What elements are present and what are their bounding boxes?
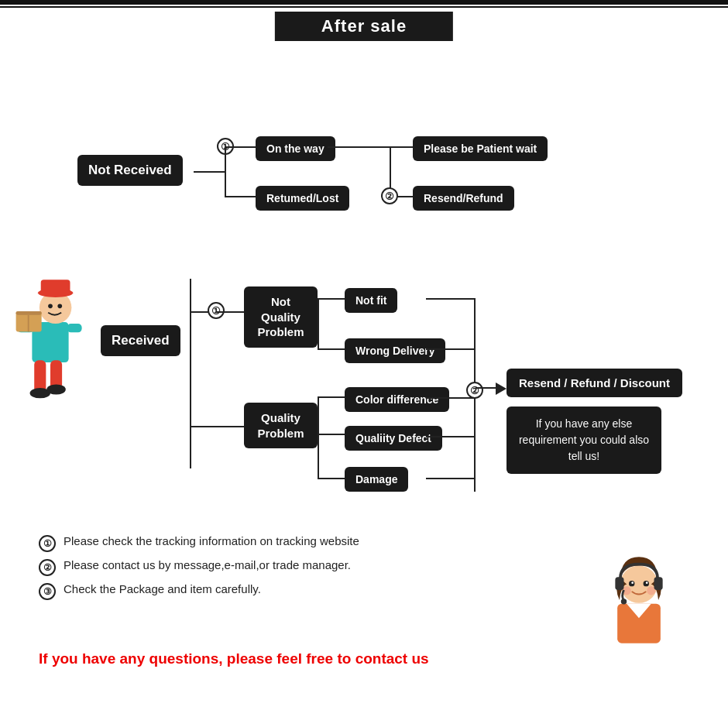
box-color-difference: Color difference (345, 387, 449, 412)
note-text-1: Please check the tracking information on… (64, 534, 359, 547)
line-item-h2 (426, 348, 474, 350)
box-resend-refund-top: Resend/Refund (413, 186, 514, 211)
box-quality-defect: Qualiity Defect (345, 426, 442, 451)
line-right-top-h (390, 146, 413, 148)
note-circle-2: ② (39, 559, 56, 576)
line-item-h5 (426, 478, 474, 479)
circle-2-rec: ② (466, 382, 483, 399)
line-item-h4 (426, 436, 474, 437)
box-received: Received (101, 325, 180, 356)
note-item-2: ② Please contact us by message,e-mail,or… (39, 558, 620, 576)
svg-point-19 (631, 581, 634, 584)
line-rec-v (190, 279, 191, 468)
box-quality-problem: Quality Problem (244, 403, 318, 448)
support-person-illustration (596, 550, 682, 650)
box-resend-refund-discount: Resend / Refund / Discount (507, 369, 682, 397)
line-qp-h2 (318, 434, 345, 435)
note-text-2: Please contact us by message,e-mail,or t… (64, 558, 351, 571)
note-circle-1: ① (39, 535, 56, 552)
box-not-quality-problem: Not Quality Problem (244, 286, 318, 348)
top-border-thick (0, 0, 728, 5)
box-returned-lost: Retumed/Lost (256, 186, 349, 211)
svg-point-13 (48, 304, 53, 309)
line-nr-top-h (225, 146, 256, 148)
line-qp-h3 (318, 478, 345, 479)
svg-point-20 (646, 581, 648, 584)
box-wrong-delivery: Wrong Delivery (345, 338, 445, 363)
svg-rect-24 (654, 577, 663, 590)
note-circle-3: ③ (39, 583, 56, 600)
line-rec-h2 (217, 311, 244, 313)
line-nqp-h1 (318, 298, 345, 300)
svg-point-14 (57, 304, 62, 309)
box-not-received: Not Received (77, 155, 183, 186)
line-item-h1 (426, 298, 474, 300)
box-not-fit: Not fit (345, 288, 397, 313)
line-rec-h3 (190, 426, 244, 427)
top-border-thin (0, 6, 728, 8)
line-item-h3 (426, 397, 474, 399)
svg-point-25 (621, 599, 627, 604)
line-nqp-h2 (318, 348, 345, 350)
box-if-you-requirement: If you have any else requirement you cou… (507, 407, 661, 474)
circle-2-nr: ② (381, 187, 398, 204)
box-damage: Damage (345, 467, 408, 492)
note-item-1: ① Please check the tracking information … (39, 534, 620, 552)
line-qp-h1 (318, 396, 345, 398)
contact-text: If you have any questions, please feel f… (39, 650, 429, 667)
box-on-the-way: On the way (256, 136, 335, 161)
page-title: After sale (275, 12, 453, 41)
line-otw-h (328, 146, 390, 148)
box-patient-wait: Please be Patient wait (413, 136, 548, 161)
line-nr-bot-h (225, 196, 256, 197)
svg-rect-3 (41, 280, 70, 296)
line-qp-v (318, 396, 319, 478)
circle-1-rec: ① (208, 302, 225, 319)
arrow-right (496, 383, 507, 395)
svg-point-12 (46, 384, 66, 394)
line-nqp-v (318, 298, 319, 348)
delivery-man-illustration (8, 271, 93, 403)
svg-rect-23 (615, 577, 623, 590)
note-text-3: Check the Package and item carefully. (64, 582, 261, 595)
line-nr-h (194, 171, 225, 173)
notes-section: ① Please check the tracking information … (39, 534, 620, 606)
line-nr-v (225, 146, 226, 196)
note-item-3: ③ Check the Package and item carefully. (39, 582, 620, 600)
svg-rect-7 (16, 311, 42, 315)
svg-rect-5 (67, 324, 82, 332)
